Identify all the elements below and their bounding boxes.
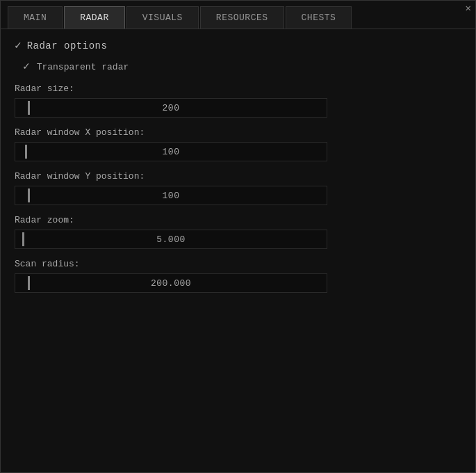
- transparent-radar-label: Transparent radar: [37, 62, 129, 72]
- slider-label-0: Radar size:: [15, 83, 461, 94]
- slider-track-container-4[interactable]: 200.000: [15, 273, 327, 293]
- slider-label-3: Radar zoom:: [15, 215, 461, 225]
- content-area: ✓ Radar options ✓ Transparent radar Rada…: [1, 29, 475, 314]
- slider-track-container-2[interactable]: 100: [15, 186, 327, 205]
- transparent-radar-row: ✓ Transparent radar: [23, 61, 461, 72]
- slider-track-container-0[interactable]: 200: [15, 98, 327, 118]
- transparent-radar-check[interactable]: ✓: [23, 61, 30, 72]
- section-header: ✓ Radar options: [15, 40, 461, 51]
- slider-group-0: Radar size:200: [15, 83, 461, 118]
- slider-track-container-1[interactable]: 100: [15, 142, 327, 161]
- tab-main[interactable]: MAIN: [8, 6, 63, 29]
- slider-group-3: Radar zoom:5.000: [15, 215, 461, 249]
- section-title: Radar options: [27, 40, 108, 51]
- tab-bar: MAIN RADAR VISUALS RESOURCES CHESTS: [1, 1, 475, 29]
- tab-radar[interactable]: RADAR: [64, 6, 125, 29]
- slider-label-2: Radar window Y position:: [15, 171, 461, 182]
- close-button[interactable]: ✕: [466, 3, 471, 13]
- sliders-container: Radar size:200Radar window X position:10…: [15, 83, 461, 293]
- slider-group-2: Radar window Y position:100: [15, 171, 461, 205]
- slider-group-4: Scan radius:200.000: [15, 259, 461, 293]
- tab-chests[interactable]: CHESTS: [286, 6, 352, 29]
- section-checkmark[interactable]: ✓: [15, 40, 22, 51]
- slider-label-4: Scan radius:: [15, 259, 461, 269]
- tab-resources[interactable]: RESOURCES: [200, 6, 284, 29]
- slider-label-1: Radar window X position:: [15, 127, 461, 138]
- tab-visuals[interactable]: VISUALS: [126, 6, 199, 29]
- slider-group-1: Radar window X position:100: [15, 127, 461, 161]
- main-window: ✕ MAIN RADAR VISUALS RESOURCES CHESTS ✓ …: [0, 0, 476, 473]
- slider-track-container-3[interactable]: 5.000: [15, 230, 327, 249]
